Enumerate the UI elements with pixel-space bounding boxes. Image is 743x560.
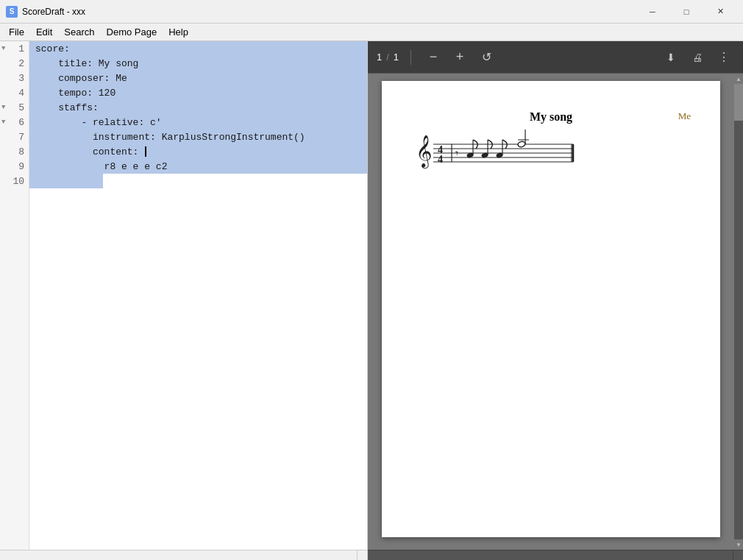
line-num-9: 9: [0, 159, 29, 174]
code-line-2: title: My song: [29, 56, 367, 71]
preview-pane: 1 / 1 − + ↺ ⬇ 🖨 ⋮ My song Me: [368, 41, 743, 560]
page-current: 1: [377, 52, 382, 63]
svg-text:4: 4: [438, 154, 443, 165]
line-num-8: 8: [0, 144, 29, 159]
minimize-button[interactable]: ─: [636, 0, 669, 24]
restore-button[interactable]: □: [669, 0, 703, 24]
line-num-10: 10: [0, 174, 29, 188]
preview-scroll-down-btn[interactable]: ▼: [734, 539, 743, 550]
window-controls: ─ □ ✕: [636, 0, 737, 24]
zoom-out-button[interactable]: −: [423, 47, 444, 68]
code-line-8: content:: [29, 144, 367, 159]
sheet-page: My song Me: [382, 81, 720, 537]
app-icon: S: [6, 6, 18, 18]
fold-arrow-6[interactable]: ▼: [1, 118, 5, 126]
titlebar: S ScoreDraft - xxx ─ □ ✕: [0, 0, 743, 24]
code-line-3: composer: Me: [29, 71, 367, 85]
preview-scroll-up-btn[interactable]: ▲: [734, 74, 743, 84]
title-text: ScoreDraft - xxx: [22, 7, 636, 17]
line-num-2: 2: [0, 56, 29, 71]
more-button[interactable]: ⋮: [714, 47, 734, 68]
rotate-button[interactable]: ↺: [476, 47, 497, 68]
menubar: File Edit Search Demo Page Help: [0, 24, 743, 41]
code-line-5: staffs:: [29, 100, 367, 115]
sheet-composer: Me: [678, 110, 691, 122]
sheet-title: My song: [411, 110, 691, 124]
close-button[interactable]: ✕: [703, 0, 737, 24]
code-editor[interactable]: score: title: My song composer: Me tempo…: [29, 41, 367, 550]
code-line-4: tempo: 120: [29, 85, 367, 100]
line-num-6: ▼ 6: [0, 115, 29, 130]
menu-search[interactable]: Search: [58, 24, 100, 40]
line-num-4: 4: [0, 85, 29, 100]
page-info: 1 / 1: [377, 52, 399, 63]
line-num-3: 3: [0, 71, 29, 85]
menu-demopage[interactable]: Demo Page: [101, 24, 163, 40]
code-line-6: - relative: c': [29, 115, 367, 130]
page-total: 1: [394, 52, 399, 63]
editor-hscrollbar[interactable]: [0, 550, 367, 560]
code-line-9: r8 e e e c2: [29, 159, 367, 174]
code-line-10: [29, 174, 103, 188]
editor-scroll-area: ▼ 1 2 3 4 ▼ 5 ▼ 6: [0, 41, 367, 550]
menu-edit[interactable]: Edit: [30, 24, 58, 40]
line-numbers: ▼ 1 2 3 4 ▼ 5 ▼ 6: [0, 41, 29, 550]
line-num-1: ▼ 1: [0, 41, 29, 56]
line-num-5: ▼ 5: [0, 100, 29, 115]
editor-pane: ▼ 1 2 3 4 ▼ 5 ▼ 6: [0, 41, 368, 560]
preview-scroll-thumb[interactable]: [734, 84, 743, 121]
music-notation: 𝄞 4 4 𝄾: [411, 130, 691, 176]
menu-file[interactable]: File: [3, 24, 30, 40]
text-cursor: [145, 146, 146, 157]
preview-content-area: My song Me: [368, 74, 743, 550]
code-line-7: instrument: KarplusStrongInstrument(): [29, 130, 367, 144]
download-button[interactable]: ⬇: [661, 47, 681, 68]
page-separator: /: [386, 52, 389, 63]
fold-arrow-1[interactable]: ▼: [1, 45, 5, 52]
preview-vscrollbar[interactable]: ▲ ▼: [734, 74, 743, 550]
svg-text:𝄞: 𝄞: [416, 135, 432, 169]
toolbar-divider: [410, 50, 411, 65]
preview-hscrollbar[interactable]: [368, 550, 743, 560]
code-line-1: score:: [29, 41, 367, 56]
music-svg: 𝄞 4 4 𝄾: [411, 130, 580, 174]
preview-scroll-track: [734, 84, 743, 539]
fold-arrow-5[interactable]: ▼: [1, 104, 5, 111]
preview-toolbar: 1 / 1 − + ↺ ⬇ 🖨 ⋮: [368, 41, 743, 74]
line-num-7: 7: [0, 130, 29, 144]
preview-scroll-content[interactable]: My song Me: [368, 74, 734, 550]
print-button[interactable]: 🖨: [687, 47, 708, 68]
svg-point-16: [517, 141, 525, 147]
main-area: ▼ 1 2 3 4 ▼ 5 ▼ 6: [0, 41, 743, 560]
menu-help[interactable]: Help: [163, 24, 194, 40]
zoom-in-button[interactable]: +: [449, 47, 470, 68]
